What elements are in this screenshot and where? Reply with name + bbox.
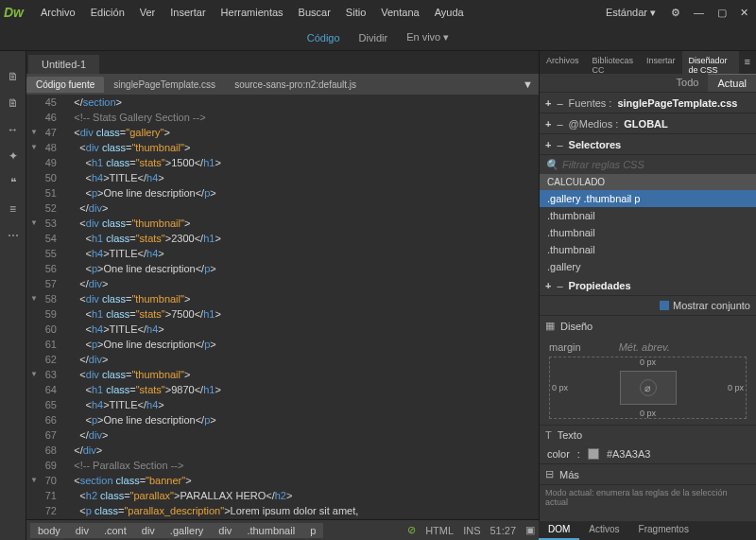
workspace-dropdown[interactable]: Estándar ▾ [600, 3, 662, 23]
selectors-header: + – Selectores [540, 134, 756, 155]
remove-source-icon[interactable]: – [557, 97, 562, 109]
panel-tab[interactable]: Diseñador de CSS [682, 51, 739, 74]
format-icon[interactable]: ≡ [9, 202, 16, 216]
language-indicator[interactable]: HTML [425, 525, 454, 536]
remove-media-icon[interactable]: – [557, 118, 562, 130]
breadcrumb-item[interactable]: div [68, 523, 96, 538]
error-status-icon[interactable]: ⊘ [407, 524, 416, 536]
sources-row[interactable]: + – Fuentes : singlePageTemplate.css [540, 93, 756, 113]
margin-left-value[interactable]: 0 px [552, 383, 568, 392]
add-media-icon[interactable]: + [545, 118, 551, 130]
bottom-panel-tab[interactable]: Activos [579, 521, 628, 540]
show-set-label: Mostrar conjunto [673, 300, 750, 311]
margin-bottom-value[interactable]: 0 px [640, 409, 656, 418]
panel-menu-icon[interactable]: ≡ [739, 51, 756, 74]
viewmode-split[interactable]: Dividir [359, 32, 388, 44]
bottom-panel-tab[interactable]: Fragmentos [629, 521, 698, 540]
menu-edición[interactable]: Edición [83, 3, 132, 22]
margin-right-value[interactable]: 0 px [728, 383, 744, 392]
selector-item[interactable]: .thumbnail [540, 207, 756, 224]
more-group[interactable]: ⊟ Más [540, 463, 756, 484]
related-file-tab[interactable]: source-sans-pro:n2:default.js [225, 77, 366, 93]
viewmode-live[interactable]: En vivo ▾ [406, 31, 449, 44]
breadcrumb-item[interactable]: .gallery [163, 523, 211, 538]
minimize-icon[interactable]: — [690, 3, 708, 22]
add-property-icon[interactable]: + [545, 280, 551, 291]
file-manage-icon[interactable]: 🗎 [8, 70, 19, 83]
bottom-panel-tab[interactable]: DOM [539, 521, 579, 540]
menu-sitio[interactable]: Sitio [338, 3, 373, 22]
breadcrumb-item[interactable]: .thumbnail [239, 523, 302, 538]
breadcrumb-item[interactable]: div [211, 523, 239, 538]
selector-item[interactable]: .gallery [540, 258, 756, 275]
panel-tab[interactable]: Bibliotecas CC [586, 51, 641, 74]
remove-selector-icon[interactable]: – [557, 139, 562, 150]
add-source-icon[interactable]: + [545, 97, 551, 109]
color-value[interactable]: #A3A3A3 [607, 448, 650, 460]
media-label: @Medios : [569, 118, 619, 130]
document-tabs: Untitled-1 [26, 51, 539, 74]
related-files-bar: Código fuentesinglePageTemplate.csssourc… [26, 74, 539, 95]
breadcrumb-item[interactable]: body [30, 523, 68, 538]
breadcrumb-item[interactable]: div [134, 523, 163, 538]
panel-subtab[interactable]: Actual [708, 74, 756, 92]
breadcrumb-item[interactable]: .cont [96, 523, 134, 538]
text-group[interactable]: T Texto [540, 425, 756, 444]
box-model[interactable]: marginMét. abrev. 0 px 0 px 0 px 0 px ⌀ [540, 336, 756, 425]
menu-herramientas[interactable]: Herramientas [214, 3, 291, 22]
media-value: GLOBAL [624, 118, 667, 130]
mode-description: Modo actual: enumera las reglas de la se… [540, 484, 756, 510]
close-icon[interactable]: ✕ [736, 3, 752, 23]
more-icon[interactable]: ⋯ [8, 229, 19, 242]
viewmode-code[interactable]: Código [307, 32, 340, 44]
menu-insertar[interactable]: Insertar [163, 3, 213, 22]
menu-buscar[interactable]: Buscar [291, 3, 338, 22]
expand-icon[interactable]: ↔ [8, 123, 19, 136]
menu-archivo[interactable]: Archivo [33, 3, 83, 22]
media-row[interactable]: + – @Medios : GLOBAL [540, 113, 756, 134]
remove-property-icon[interactable]: – [557, 280, 562, 291]
css-designer-panel: ArchivosBibliotecas CCInsertarDiseñador … [539, 51, 756, 540]
left-toolbar: 🗎 🗎 ↔ ✦ ❝ ≡ ⋯ [0, 51, 26, 540]
margin-top-value[interactable]: 0 px [640, 357, 656, 367]
panel-tab[interactable]: Archivos [540, 51, 586, 74]
menubar: Dw ArchivoEdiciónVerInsertarHerramientas… [0, 0, 756, 25]
computed-label: CALCULADO [540, 174, 756, 190]
document-tab[interactable]: Untitled-1 [28, 55, 99, 74]
file-manage2-icon[interactable]: 🗎 [8, 96, 19, 110]
view-mode-bar: Código Dividir En vivo ▾ [0, 25, 756, 51]
properties-header: + – Propiedades [540, 275, 756, 296]
add-selector-icon[interactable]: + [545, 139, 551, 150]
filter-icon[interactable]: ▼ [523, 78, 533, 90]
related-file-tab[interactable]: singlePageTemplate.css [104, 77, 225, 93]
color-prop-label: color [547, 448, 570, 460]
sync-settings-icon[interactable]: ⚙ [667, 3, 684, 23]
margin-label: margin [549, 341, 581, 353]
insert-mode-indicator[interactable]: INS [463, 525, 480, 536]
code-editor[interactable]: 4546474849505152535455565758596061626364… [26, 95, 539, 519]
panel-tab[interactable]: Insertar [640, 51, 682, 74]
breadcrumb-item[interactable]: p [302, 523, 323, 538]
color-swatch[interactable] [588, 448, 599, 460]
related-file-tab[interactable]: Código fuente [26, 77, 104, 93]
layout-group[interactable]: ▦ Diseño [540, 315, 756, 336]
selector-item[interactable]: .gallery .thumbnail p [540, 190, 756, 207]
menu-ventana[interactable]: Ventana [373, 3, 426, 22]
cursor-position: 51:27 [490, 525, 516, 536]
comment-icon[interactable]: ❝ [10, 176, 16, 189]
link-values-icon[interactable]: ⌀ [640, 379, 657, 396]
wand-icon[interactable]: ✦ [9, 149, 18, 163]
overflow-icon[interactable]: ▣ [525, 524, 535, 536]
text-icon: T [545, 429, 552, 441]
layout-icon: ▦ [545, 320, 555, 332]
show-set-checkbox[interactable] [660, 301, 669, 310]
filter-selectors-input[interactable]: 🔍 Filtrar reglas CSS [540, 155, 756, 174]
selector-item[interactable]: .thumbnail [540, 224, 756, 241]
menu-ver[interactable]: Ver [132, 3, 163, 22]
panel-subtab[interactable]: Todo [667, 74, 709, 92]
menu-ayuda[interactable]: Ayuda [427, 3, 472, 22]
maximize-icon[interactable]: ▢ [713, 3, 730, 23]
selectors-label: Selectores [569, 139, 622, 150]
selector-item[interactable]: .thumbnail [540, 241, 756, 258]
tag-selector-breadcrumb: bodydiv.contdiv.gallerydiv.thumbnailp ⊘ … [26, 519, 539, 540]
